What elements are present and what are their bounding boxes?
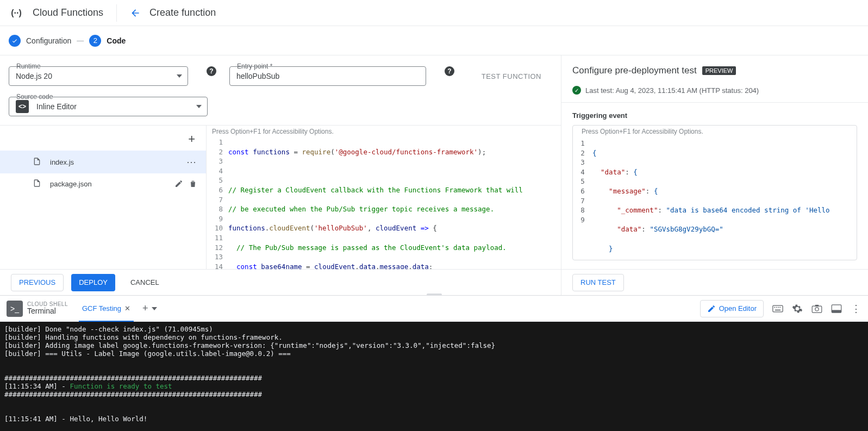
- file-icon: [33, 179, 42, 189]
- json-editor[interactable]: Press Option+F1 for Accessibility Option…: [572, 125, 857, 260]
- shell-icon[interactable]: >_: [7, 301, 23, 317]
- left-actions: PREVIOUS DEPLOY CANCEL: [0, 269, 561, 295]
- svg-rect-2: [774, 307, 775, 308]
- source-select[interactable]: <> Inline Editor: [9, 97, 208, 116]
- delete-icon[interactable]: [189, 179, 197, 188]
- code-pane: Runtime Node.js 20 ? Entry point * hello…: [0, 55, 561, 295]
- entry-input[interactable]: helloPubSub: [229, 66, 426, 86]
- more-icon[interactable]: ⋮: [851, 303, 861, 314]
- step2-circle[interactable]: 2: [89, 35, 101, 47]
- deploy-button[interactable]: DEPLOY: [71, 274, 115, 291]
- cancel-button[interactable]: CANCEL: [123, 274, 167, 291]
- dock-header: >_ CLOUD SHELL Terminal GCF Testing ✕ + …: [0, 296, 868, 322]
- page-title: Create function: [149, 7, 216, 18]
- file-icon: [33, 157, 42, 167]
- gear-icon[interactable]: [792, 303, 803, 314]
- editor-row: + index.js ⋯ package.json Press Option+F…: [0, 125, 561, 269]
- file-list: + index.js ⋯ package.json: [0, 126, 207, 269]
- camera-icon[interactable]: [811, 303, 822, 314]
- accessibility-hint: Press Option+F1 for Accessibility Option…: [207, 126, 561, 138]
- code-icon: <>: [16, 100, 29, 113]
- close-tab-icon[interactable]: ✕: [124, 304, 130, 313]
- step-separator: —: [77, 36, 84, 45]
- test-function-button[interactable]: TEST FUNCTION: [471, 72, 552, 80]
- tab-dropdown-icon[interactable]: [152, 307, 157, 310]
- code-editor[interactable]: Press Option+F1 for Accessibility Option…: [207, 126, 561, 269]
- open-editor-button[interactable]: Open Editor: [700, 300, 764, 317]
- service-icon: (··): [9, 5, 24, 21]
- file-name: package.json: [50, 180, 92, 188]
- success-icon: ✓: [572, 86, 581, 95]
- svg-rect-4: [778, 307, 779, 308]
- step1-label[interactable]: Configuration: [26, 36, 71, 45]
- line-gutter: 123456789101112131415: [207, 138, 228, 269]
- divider: [116, 4, 117, 22]
- add-file-icon[interactable]: +: [188, 132, 195, 146]
- last-test-row: ✓ Last test: Aug 4, 2023, 11:15:41 AM (H…: [561, 83, 868, 103]
- json-accessibility-hint: Press Option+F1 for Accessibility Option…: [573, 126, 857, 138]
- svg-rect-3: [776, 307, 777, 308]
- popout-icon[interactable]: [831, 303, 842, 314]
- source-row: Source code <> Inline Editor: [0, 92, 561, 123]
- service-name: Cloud Functions: [33, 7, 103, 18]
- chevron-down-icon: [177, 74, 182, 78]
- code-content[interactable]: const functions = require('@google-cloud…: [228, 138, 561, 269]
- right-title: Configure pre-deployment test: [572, 65, 697, 76]
- back-arrow-icon[interactable]: [130, 8, 141, 18]
- file-item-package[interactable]: package.json: [0, 173, 206, 194]
- file-name: index.js: [50, 158, 74, 166]
- main-area: Runtime Node.js 20 ? Entry point * hello…: [0, 55, 868, 295]
- json-content[interactable]: { "data": { "message": { "_comment": "da…: [592, 139, 857, 260]
- keyboard-icon[interactable]: [772, 303, 783, 314]
- terminal-tab[interactable]: GCF Testing ✕: [79, 296, 134, 322]
- previous-button[interactable]: PREVIOUS: [11, 274, 64, 291]
- step-done-icon[interactable]: [9, 35, 21, 47]
- last-test-text: Last test: Aug 4, 2023, 11:15:41 AM (HTT…: [585, 86, 759, 95]
- right-header: Configure pre-deployment test PREVIEW: [561, 55, 868, 83]
- right-actions: RUN TEST: [561, 269, 868, 295]
- app-header: (··) Cloud Functions Create function: [0, 0, 868, 26]
- runtime-field: Runtime Node.js 20: [9, 66, 188, 86]
- svg-rect-6: [775, 309, 780, 310]
- test-pane: Configure pre-deployment test PREVIEW ✓ …: [561, 55, 868, 295]
- file-more-icon[interactable]: ⋯: [186, 156, 197, 168]
- resize-handle[interactable]: [427, 293, 442, 296]
- step2-label: Code: [107, 36, 126, 45]
- trigger-label: Triggering event: [572, 111, 857, 120]
- json-gutter: 123456789: [573, 139, 592, 260]
- runtime-help-icon[interactable]: ?: [207, 66, 216, 76]
- svg-point-8: [815, 307, 819, 310]
- entry-field: Entry point * helloPubSub: [229, 66, 426, 86]
- cloud-shell-dock: >_ CLOUD SHELL Terminal GCF Testing ✕ + …: [0, 295, 868, 431]
- svg-text:(··): (··): [11, 8, 22, 17]
- preview-badge: PREVIEW: [702, 66, 736, 75]
- svg-rect-5: [779, 307, 780, 308]
- svg-rect-11: [832, 310, 841, 313]
- runtime-select[interactable]: Node.js 20: [9, 66, 188, 86]
- pencil-icon: [707, 304, 716, 313]
- stepper-bar: Configuration — 2 Code: [0, 26, 868, 55]
- new-tab-icon[interactable]: +: [142, 303, 148, 314]
- svg-rect-9: [815, 304, 819, 306]
- chevron-down-icon: [196, 105, 202, 108]
- entry-help-icon[interactable]: ?: [445, 66, 454, 76]
- file-item-index[interactable]: index.js ⋯: [0, 151, 206, 173]
- terminal-label[interactable]: Terminal: [27, 307, 68, 315]
- run-test-button[interactable]: RUN TEST: [572, 274, 624, 291]
- form-row: Runtime Node.js 20 ? Entry point * hello…: [0, 55, 561, 92]
- svg-rect-1: [773, 305, 783, 312]
- terminal-output[interactable]: [builder] Done "node --check index.js" (…: [0, 322, 868, 431]
- right-body: Triggering event Press Option+F1 for Acc…: [561, 103, 868, 269]
- edit-icon[interactable]: [174, 179, 183, 188]
